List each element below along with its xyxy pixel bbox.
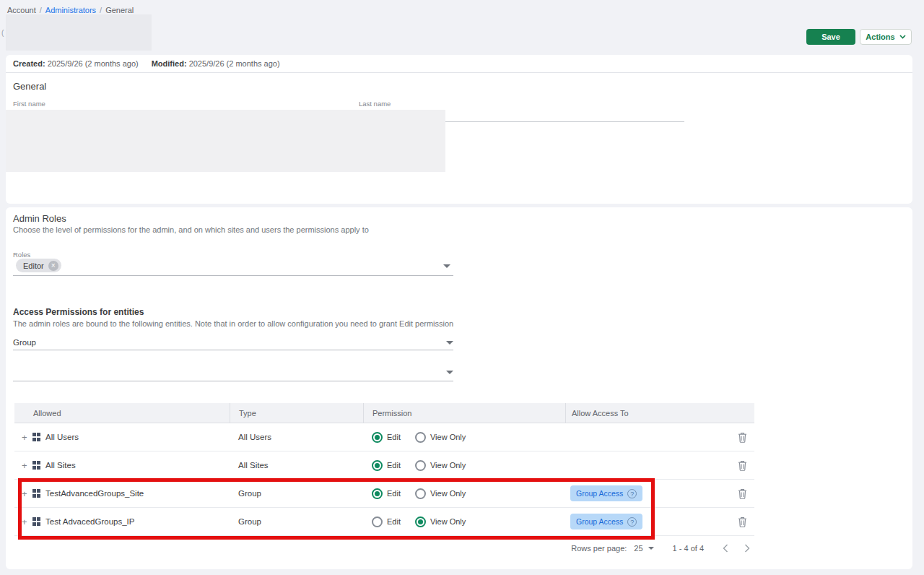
view-only-radio[interactable]: [415, 488, 426, 499]
role-chip-editor[interactable]: Editor ×: [16, 259, 61, 272]
column-header-allowed: Allowed: [14, 403, 230, 423]
allow-access-cell: [565, 457, 754, 473]
delete-row-icon[interactable]: [738, 432, 747, 443]
breadcrumb-separator: /: [40, 6, 42, 14]
entity-value-caret-icon[interactable]: [446, 371, 453, 374]
roles-label: Roles: [13, 251, 30, 259]
meta-bar: Created: 2025/9/26 (2 months ago) Modifi…: [6, 55, 912, 73]
edit-radio-label[interactable]: Edit: [387, 517, 401, 526]
allowed-cell: + TestAdvancedGroups_Site: [14, 489, 230, 498]
rows-per-page-select[interactable]: 25: [634, 544, 653, 553]
table-body: + All Users All Users Edit View Only + A…: [14, 423, 754, 536]
allowed-cell: + Test AdvacedGroups_IP: [14, 517, 230, 527]
entity-type-underline[interactable]: [13, 350, 453, 350]
table-row: + All Sites All Sites Edit View Only: [14, 451, 754, 480]
table-header-row: Allowed Type Permission Allow Access To: [14, 403, 754, 423]
save-button[interactable]: Save: [806, 29, 855, 45]
allow-access-cell: Group Access ?: [565, 485, 754, 501]
delete-row-icon[interactable]: [738, 460, 747, 471]
general-title: General: [13, 81, 46, 92]
modified-label: Modified:: [152, 59, 187, 68]
admin-general-page: Account / Administrators / General ( Sav…: [0, 0, 924, 575]
rows-per-page-caret-icon: [648, 547, 654, 550]
view-only-radio-label[interactable]: View Only: [430, 433, 466, 441]
column-header-allow-access-to: Allow Access To: [565, 403, 754, 423]
view-only-radio-label[interactable]: View Only: [430, 461, 466, 470]
allowed-name: Test AdvacedGroups_IP: [45, 517, 134, 526]
column-header-permission: Permission: [363, 403, 565, 423]
edit-radio[interactable]: [372, 516, 383, 527]
table-row: + Test AdvacedGroups_IP Group Edit View …: [14, 508, 754, 536]
expand-row-icon[interactable]: +: [22, 517, 27, 527]
modified-value: 2025/9/26 (2 months ago): [189, 59, 280, 68]
modified-text: Modified: 2025/9/26 (2 months ago): [152, 59, 280, 68]
actions-button[interactable]: Actions: [860, 29, 912, 45]
group-access-button[interactable]: Group Access ?: [570, 485, 642, 501]
entity-value-select[interactable]: [13, 381, 453, 381]
question-mark-icon: ?: [627, 517, 637, 527]
allow-access-cell: Group Access ?: [565, 514, 754, 529]
edit-radio[interactable]: [372, 432, 383, 443]
created-text: Created: 2025/9/26 (2 months ago): [13, 59, 139, 68]
entity-type-caret-icon[interactable]: [446, 341, 453, 345]
allowed-name: TestAdvancedGroups_Site: [45, 489, 144, 498]
view-only-radio-label[interactable]: View Only: [430, 489, 466, 498]
general-section: General First name Last name: [6, 73, 912, 204]
type-cell: Group: [230, 489, 363, 498]
expand-row-icon[interactable]: +: [22, 489, 27, 498]
group-grid-icon: [32, 461, 41, 470]
breadcrumb: Account / Administrators / General: [7, 6, 134, 14]
question-mark-icon: ?: [627, 489, 637, 498]
breadcrumb-general: General: [105, 6, 134, 14]
roles-dropdown-caret-icon[interactable]: [443, 264, 450, 268]
edit-radio-label[interactable]: Edit: [387, 461, 401, 470]
type-cell: All Users: [230, 433, 363, 441]
delete-row-icon[interactable]: [738, 488, 747, 499]
view-only-radio[interactable]: [415, 460, 426, 471]
allowed-cell: + All Sites: [14, 461, 230, 470]
roles-select-underline[interactable]: [13, 275, 453, 276]
rows-per-page-value: 25: [634, 544, 642, 553]
next-page-icon[interactable]: [744, 544, 750, 553]
view-only-radio[interactable]: [415, 432, 426, 443]
actions-button-label: Actions: [866, 33, 894, 41]
access-permissions-subtitle: The admin roles are bound to the followi…: [13, 319, 453, 328]
pagination: Rows per page: 25 1 - 4 of 4: [14, 544, 754, 553]
allowed-name: All Sites: [45, 461, 76, 470]
expand-row-icon[interactable]: +: [22, 461, 27, 470]
permission-cell: Edit View Only: [363, 516, 565, 527]
breadcrumb-account[interactable]: Account: [7, 6, 36, 14]
type-cell: Group: [230, 517, 363, 526]
allowed-name: All Users: [45, 433, 79, 441]
edit-radio[interactable]: [372, 488, 383, 499]
group-access-button[interactable]: Group Access ?: [570, 514, 642, 529]
pagination-nav: [723, 544, 750, 553]
group-grid-icon: [32, 517, 41, 526]
breadcrumb-administrators[interactable]: Administrators: [45, 6, 96, 14]
edit-radio-label[interactable]: Edit: [387, 433, 401, 441]
expand-row-icon[interactable]: +: [22, 433, 27, 442]
chevron-down-icon: [899, 35, 906, 39]
view-only-radio-label[interactable]: View Only: [430, 517, 466, 526]
access-permissions-title: Access Permissions for entities: [13, 307, 144, 317]
entity-type-select[interactable]: Group: [13, 338, 36, 347]
rows-per-page-label: Rows per page:: [571, 544, 627, 553]
edit-radio-label[interactable]: Edit: [387, 489, 401, 498]
group-access-label: Group Access: [576, 517, 623, 526]
admin-roles-title: Admin Roles: [13, 213, 66, 224]
breadcrumb-separator: /: [100, 6, 102, 14]
remove-role-icon[interactable]: ×: [48, 261, 58, 271]
delete-row-icon[interactable]: [738, 516, 747, 527]
group-grid-icon: [32, 433, 41, 441]
group-grid-icon: [32, 489, 41, 498]
allow-access-cell: [565, 429, 754, 445]
view-only-radio[interactable]: [415, 516, 426, 527]
roles-permissions-section: Admin Roles Choose the level of permissi…: [6, 207, 912, 569]
created-value: 2025/9/26 (2 months ago): [48, 59, 139, 68]
previous-page-icon[interactable]: [723, 544, 728, 553]
edit-radio[interactable]: [372, 460, 383, 471]
table-row: + TestAdvancedGroups_Site Group Edit Vie…: [14, 480, 754, 508]
rows-per-page: Rows per page: 25: [571, 544, 653, 553]
created-label: Created:: [13, 59, 45, 68]
admin-roles-subtitle: Choose the level of permissions for the …: [13, 225, 369, 234]
